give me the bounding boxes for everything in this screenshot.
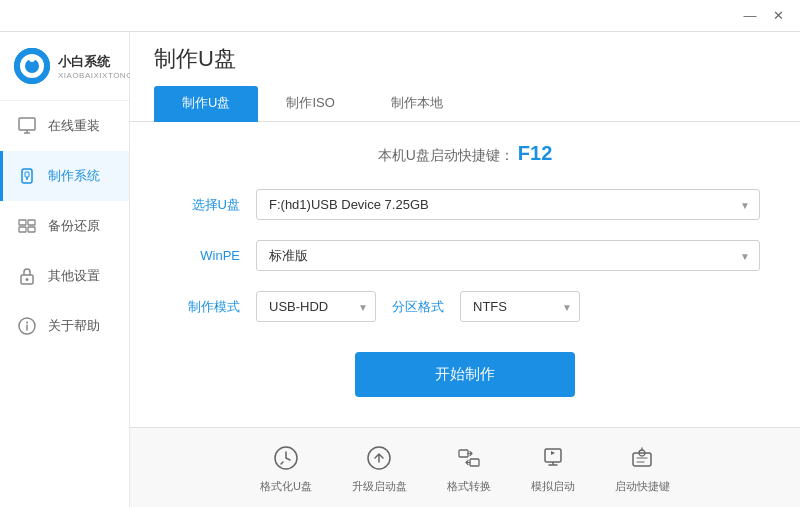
toolbar-item-format-convert[interactable]: 格式转换 (447, 442, 491, 494)
main-content: 制作U盘 制作U盘 制作ISO 制作本地 本机U盘启动快捷键：F12 选择U盘 … (130, 32, 800, 507)
sidebar: 小白系统 XIAOBAIXIXTONG.COM 在线重装 (0, 32, 130, 507)
svg-point-3 (29, 56, 35, 62)
toolbar-label-upgrade-boot: 升级启动盘 (352, 479, 407, 494)
select-usb-row: 选择U盘 F:(hd1)USB Device 7.25GB (170, 189, 760, 220)
format-usb-icon (270, 442, 302, 474)
make-mode-dropdown[interactable]: USB-HDD (256, 291, 376, 322)
tab-make-iso[interactable]: 制作ISO (258, 86, 362, 122)
toolbar-item-boot-shortcut[interactable]: 启动快捷键 (615, 442, 670, 494)
sidebar-label-make-system: 制作系统 (48, 167, 100, 185)
svg-rect-23 (545, 449, 561, 462)
sidebar-item-backup-restore[interactable]: 备份还原 (0, 201, 129, 251)
svg-rect-26 (633, 453, 651, 466)
toolbar-item-format-usb[interactable]: 格式化U盘 (260, 442, 312, 494)
sidebar-item-online-reinstall[interactable]: 在线重装 (0, 101, 129, 151)
minimize-button[interactable]: — (736, 2, 764, 30)
page-header: 制作U盘 制作U盘 制作ISO 制作本地 (130, 32, 800, 122)
info-icon (16, 315, 38, 337)
lock-icon (16, 265, 38, 287)
sidebar-item-other-settings[interactable]: 其他设置 (0, 251, 129, 301)
shortcut-hint: 本机U盘启动快捷键：F12 (170, 142, 760, 165)
winpe-label: WinPE (170, 248, 240, 263)
upgrade-boot-icon (363, 442, 395, 474)
make-mode-label: 制作模式 (170, 298, 240, 316)
logo-area: 小白系统 XIAOBAIXIXTONG.COM (0, 32, 129, 101)
content-area: 本机U盘启动快捷键：F12 选择U盘 F:(hd1)USB Device 7.2… (130, 122, 800, 427)
select-usb-wrapper: F:(hd1)USB Device 7.25GB (256, 189, 760, 220)
svg-rect-11 (19, 227, 26, 232)
shortcut-key: F12 (518, 142, 552, 164)
winpe-row: WinPE 标准版 (170, 240, 760, 271)
select-usb-label: 选择U盘 (170, 196, 240, 214)
toolbar-item-upgrade-boot[interactable]: 升级启动盘 (352, 442, 407, 494)
backup-icon (16, 215, 38, 237)
logo-icon (14, 48, 50, 84)
make-mode-wrapper: USB-HDD (256, 291, 376, 322)
boot-shortcut-icon (626, 442, 658, 474)
format-convert-icon (453, 442, 485, 474)
svg-rect-13 (28, 227, 35, 232)
sidebar-label-backup-restore: 备份还原 (48, 217, 100, 235)
svg-rect-10 (19, 220, 26, 225)
sidebar-item-make-system[interactable]: 制作系统 (0, 151, 129, 201)
svg-rect-8 (25, 172, 29, 177)
winpe-wrapper: 标准版 (256, 240, 760, 271)
svg-point-18 (26, 322, 28, 324)
bottom-toolbar: 格式化U盘 升级启动盘 (130, 427, 800, 507)
page-title: 制作U盘 (154, 44, 776, 74)
toolbar-label-simulate-boot: 模拟启动 (531, 479, 575, 494)
sidebar-item-about-help[interactable]: 关于帮助 (0, 301, 129, 351)
svg-rect-4 (19, 118, 35, 130)
svg-rect-22 (470, 459, 479, 466)
winpe-dropdown[interactable]: 标准版 (256, 240, 760, 271)
make-mode-row: 制作模式 USB-HDD 分区格式 NTFS (170, 291, 760, 322)
svg-rect-12 (28, 220, 35, 225)
tab-make-usb[interactable]: 制作U盘 (154, 86, 258, 122)
simulate-boot-icon (537, 442, 569, 474)
titlebar: — ✕ (0, 0, 800, 32)
svg-rect-7 (22, 169, 32, 183)
toolbar-item-simulate-boot[interactable]: 模拟启动 (531, 442, 575, 494)
start-button[interactable]: 开始制作 (355, 352, 575, 397)
partition-dropdown[interactable]: NTFS (460, 291, 580, 322)
toolbar-label-format-convert: 格式转换 (447, 479, 491, 494)
monitor-icon (16, 115, 38, 137)
tab-make-local[interactable]: 制作本地 (363, 86, 471, 122)
partition-label: 分区格式 (392, 298, 444, 316)
usb-icon (16, 165, 38, 187)
sidebar-label-online-reinstall: 在线重装 (48, 117, 100, 135)
select-usb-dropdown[interactable]: F:(hd1)USB Device 7.25GB (256, 189, 760, 220)
toolbar-label-format-usb: 格式化U盘 (260, 479, 312, 494)
partition-wrapper: NTFS (460, 291, 580, 322)
sidebar-label-about-help: 关于帮助 (48, 317, 100, 335)
toolbar-label-boot-shortcut: 启动快捷键 (615, 479, 670, 494)
close-button[interactable]: ✕ (764, 2, 792, 30)
svg-point-15 (26, 278, 29, 281)
svg-rect-21 (459, 450, 468, 457)
sidebar-label-other-settings: 其他设置 (48, 267, 100, 285)
tab-bar: 制作U盘 制作ISO 制作本地 (154, 86, 776, 121)
